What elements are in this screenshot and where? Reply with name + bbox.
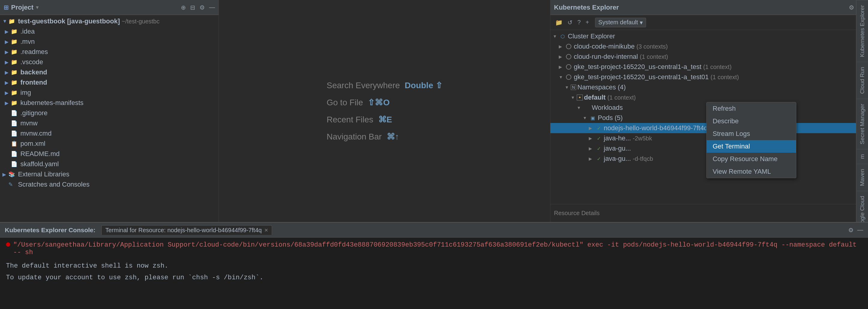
terminal-tab-close-icon[interactable]: ✕ xyxy=(264,227,268,233)
arrow-icon: ▶ xyxy=(5,70,11,75)
side-tab-google-cloud[interactable]: Google Cloud xyxy=(857,191,868,222)
item-label: mvnw.cmd xyxy=(21,130,52,137)
context-menu-view-yaml[interactable]: View Remote YAML xyxy=(707,165,796,178)
terminal-error-dot xyxy=(6,242,10,247)
folder-bold-icon: 📁 xyxy=(11,69,19,75)
list-item[interactable]: ▶ 📄 README.md xyxy=(0,149,219,159)
k8s-help-icon[interactable]: ? xyxy=(576,18,582,27)
context-menu-stream-logs[interactable]: Stream Logs xyxy=(707,127,796,140)
side-tab-cloud-run[interactable]: Cloud Run xyxy=(857,62,868,99)
close-left-icon[interactable]: — xyxy=(209,4,215,11)
project-label: Project xyxy=(11,4,34,11)
list-item[interactable]: ▶ cloud-code-minikube (3 contexts) xyxy=(550,41,868,52)
side-tab-secret[interactable]: Secret Manager xyxy=(857,99,868,149)
collapse-icon[interactable]: ⊟ xyxy=(190,4,195,11)
context-menu-copy-name[interactable]: Copy Resource Name xyxy=(707,153,796,165)
arrow-icon: ▼ xyxy=(553,34,559,39)
check-icon: ✓ xyxy=(595,135,602,141)
list-item[interactable]: ▶ 📄 skaffold.yaml xyxy=(0,159,219,169)
context-menu-refresh[interactable]: Refresh xyxy=(707,102,796,115)
arrow-icon: ▶ xyxy=(5,80,11,86)
context-menu-describe[interactable]: Describe xyxy=(707,115,796,127)
file-icon: 📄 xyxy=(11,130,19,137)
list-item[interactable]: ▼ ⬡ Cluster Explorer xyxy=(550,31,868,41)
list-item[interactable]: ▶ cloud-run-dev-internal (1 context) xyxy=(550,52,868,62)
k8s-add-icon[interactable]: + xyxy=(584,18,590,27)
check-icon: ✓ xyxy=(595,146,602,152)
circle-icon xyxy=(565,54,572,59)
arrow-icon: ▶ xyxy=(589,146,595,151)
terminal-settings-icon[interactable]: ⚙ xyxy=(848,226,854,234)
item-label: skaffold.yaml xyxy=(21,160,59,168)
list-item[interactable]: ▶ 📄 mvnw xyxy=(0,118,219,128)
list-item[interactable]: ▶ 📁 .readmes xyxy=(0,47,219,57)
tree-root-item[interactable]: ▼ 📁 test-guestbook [java-guestbook] ~/te… xyxy=(0,16,219,26)
item-label: .mvn xyxy=(21,38,35,45)
root-label: test-guestbook [java-guestbook] xyxy=(18,18,120,25)
side-tab-k8s[interactable]: Kubernetes Explorer xyxy=(857,0,868,62)
list-item[interactable]: ▼ N Namespaces (4) xyxy=(550,82,868,92)
item-label: Pods (5) xyxy=(598,114,623,122)
library-icon: 📚 xyxy=(8,171,16,178)
arrow-icon: ▶ xyxy=(589,136,595,141)
pods-icon: ▣ xyxy=(589,115,596,121)
list-item[interactable]: ▶ 📁 .mvn xyxy=(0,37,219,47)
context-menu: Refresh Describe Stream Logs Get Termina… xyxy=(706,102,796,178)
item-label: java-he... xyxy=(604,134,631,142)
list-item[interactable]: ▼ gke_test-project-165220_us-central1-a_… xyxy=(550,72,868,82)
resource-details-label: Resource Details xyxy=(554,210,599,217)
search-overlay: Search Everywhere Double ⇧ Go to File ⇧⌘… xyxy=(315,68,455,154)
root-folder-icon: 📁 xyxy=(8,18,16,25)
recent-files-label: Recent Files xyxy=(327,115,373,124)
list-item[interactable]: ▶ 📄 .gitignore xyxy=(0,108,219,118)
terminal-minimize-icon[interactable]: — xyxy=(857,226,863,234)
check-icon: ✓ xyxy=(595,125,602,131)
list-item[interactable]: ▶ 📁 .idea xyxy=(0,26,219,37)
list-item[interactable]: ▼ ✦ default (1 context) xyxy=(550,92,868,102)
list-item[interactable]: ▶ 📁 backend xyxy=(0,67,219,78)
namespace-icon: N xyxy=(571,85,576,90)
folder-icon: 📁 xyxy=(11,89,19,96)
search-everywhere-shortcut: Double ⇧ xyxy=(405,81,442,90)
terminal-output-line-1: The default interactive shell is now zsh… xyxy=(6,261,862,271)
locate-icon[interactable]: ⊕ xyxy=(181,4,186,11)
k8s-refresh-icon[interactable]: ↺ xyxy=(566,18,574,27)
k8s-title: Kubernetes Explorer xyxy=(554,4,619,11)
namespace-selector[interactable]: System default ▾ xyxy=(595,18,646,27)
context-menu-get-terminal[interactable]: Get Terminal xyxy=(707,140,796,153)
namespace-dropdown-icon: ▾ xyxy=(640,19,643,26)
k8s-settings-icon[interactable]: ⚙ xyxy=(849,4,854,11)
list-item[interactable]: ▶ 📄 mvnw.cmd xyxy=(0,128,219,138)
arrow-icon: ▶ xyxy=(559,44,565,49)
list-item[interactable]: ▶ 📁 .vscode xyxy=(0,57,219,67)
terminal-command-text: "/Users/sangeethaa/Library/Application S… xyxy=(13,241,862,256)
side-tab-maven[interactable]: Maven xyxy=(857,164,868,191)
k8s-folder-icon[interactable]: 📁 xyxy=(554,18,564,27)
scratches-and-consoles-item[interactable]: ▶ ✎ Scratches and Consoles xyxy=(0,179,219,190)
list-item[interactable]: ▶ 📁 kubernetes-manifests xyxy=(0,98,219,108)
scratch-icon: ✎ xyxy=(8,181,16,188)
list-item[interactable]: ▶ gke_test-project-165220_us-central1-a_… xyxy=(550,62,868,72)
dropdown-arrow-icon[interactable]: ▾ xyxy=(36,4,38,10)
terminal-tab-label: Terminal for Resource: nodejs-hello-worl… xyxy=(105,227,261,234)
item-label: java-gu... xyxy=(604,155,631,163)
arrow-icon: ▶ xyxy=(2,172,8,177)
terminal-output-line-2: To update your account to use zsh, pleas… xyxy=(6,273,862,283)
settings-icon[interactable]: ⚙ xyxy=(199,4,205,11)
arrow-icon: ▶ xyxy=(5,29,11,34)
item-suffix: -d-tfqcb xyxy=(633,155,653,162)
terminal-tab[interactable]: Terminal for Resource: nodejs-hello-worl… xyxy=(101,225,272,235)
project-title: ⊞ Project ▾ xyxy=(4,4,38,11)
list-item[interactable]: ▶ 📁 frontend xyxy=(0,78,219,88)
recent-files-shortcut: ⌘E xyxy=(378,115,392,124)
list-item[interactable]: ▶ 📚 External Libraries xyxy=(0,169,219,179)
terminal-header: Kubernetes Explorer Console: Terminal fo… xyxy=(0,223,868,238)
kubernetes-explorer-panel: Kubernetes Explorer ⚙ — 📁 ↺ ? + System d… xyxy=(550,0,868,222)
list-item[interactable]: ▶ 📁 img xyxy=(0,88,219,98)
list-item[interactable]: ▶ 📋 pom.xml xyxy=(0,138,219,149)
item-label: backend xyxy=(21,68,47,76)
item-label: pom.xml xyxy=(21,140,45,148)
k8s-toolbar: 📁 ↺ ? + System default ▾ xyxy=(550,15,868,30)
folder-icon: 📁 xyxy=(11,38,19,45)
side-tab-m[interactable]: m xyxy=(857,149,868,164)
